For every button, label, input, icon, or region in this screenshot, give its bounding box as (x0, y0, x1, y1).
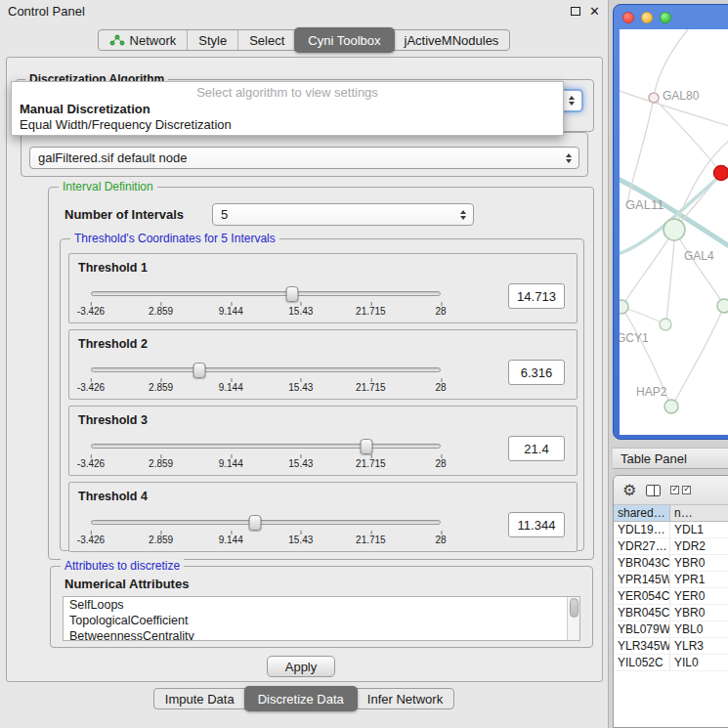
table-row[interactable]: YER054C YER0 (614, 588, 728, 605)
tick-label: 9.144 (219, 535, 243, 545)
network-view-window: GAL80 GAL11 GAL4 GCY1 HAP2 (613, 4, 728, 440)
tick-label: 9.144 (219, 306, 243, 317)
cell-name[interactable]: YLR3 (670, 638, 728, 654)
tab-network[interactable]: Network (99, 30, 188, 50)
list-item[interactable]: TopologicalCoefficient (64, 613, 579, 628)
table-row[interactable]: YIL052C YIL0 (614, 655, 728, 671)
checkbox-icon[interactable] (670, 486, 679, 494)
network-canvas[interactable]: GAL80 GAL11 GAL4 GCY1 HAP2 (620, 29, 728, 435)
threshold-3-label: Threshold 3 (78, 413, 148, 427)
list-item[interactable]: BetweennessCentrality (64, 628, 579, 641)
group-label: Attributes to discretize (61, 559, 184, 573)
cell-name[interactable]: YBR0 (670, 605, 728, 621)
columns-icon[interactable] (646, 485, 661, 496)
node-table: shared… n… YDL19… YDL1 YDR27… YDR2 YBR04… (614, 505, 728, 671)
slider-tick-labels: -3.4262.8599.14415.4321.71528 (91, 532, 441, 545)
window-title: Control Panel (8, 4, 85, 19)
tab-impute-data[interactable]: Impute Data (154, 689, 245, 708)
minimize-traffic-light[interactable] (641, 12, 653, 23)
cell-shared-name[interactable]: YIL052C (614, 655, 670, 670)
slider-thumb[interactable] (193, 363, 206, 378)
table-row[interactable]: YDR27… YDR2 (614, 538, 728, 555)
cell-shared-name[interactable]: YDR27… (614, 538, 670, 554)
threshold-4-slider[interactable] (91, 520, 441, 525)
slider-thumb[interactable] (249, 515, 262, 531)
numerical-attributes-list[interactable]: SelfLoopsTopologicalCoefficientBetweenne… (63, 596, 580, 641)
cell-name[interactable]: YDL1 (670, 522, 728, 537)
number-of-intervals-combo[interactable]: 5 (212, 203, 474, 226)
cell-name[interactable]: YBR0 (670, 555, 728, 571)
tab-jactivemodules[interactable]: jActiveMNodules (394, 30, 510, 50)
cell-shared-name[interactable]: YPR145W (614, 572, 670, 587)
close-traffic-light[interactable] (622, 12, 634, 23)
select-all-icons[interactable] (670, 486, 691, 494)
threshold-2-value-field[interactable]: 6.316 (508, 360, 565, 385)
tick-label: 28 (435, 458, 446, 469)
threshold-1-slider[interactable] (91, 291, 441, 296)
cell-shared-name[interactable]: YDL19… (614, 522, 670, 537)
threshold-3-slider[interactable] (91, 444, 441, 449)
tick-label: -3.426 (77, 306, 105, 317)
gear-icon[interactable]: ⚙ (622, 483, 636, 498)
control-panel-window: Control Panel ✕ Network Style Select Cyn… (0, 0, 609, 728)
table-data-group: Table Data galFiltered.sif default node (21, 132, 588, 177)
number-of-intervals-value: 5 (221, 207, 228, 222)
dropdown-placeholder-option[interactable]: Select algorithm to view settings (12, 84, 563, 102)
checkbox-icon[interactable] (682, 486, 691, 494)
table-row[interactable]: YPR145W YPR1 (614, 572, 728, 588)
cell-shared-name[interactable]: YBR043C (614, 555, 670, 571)
table-data-combo[interactable]: galFiltered.sif default node (29, 147, 579, 169)
dropdown-option-equal-width-frequency[interactable]: Equal Width/Frequency Discretization (12, 117, 563, 133)
tick-label: -3.426 (77, 535, 105, 545)
tick-label: 2.859 (149, 535, 173, 545)
threshold-4-value-field[interactable]: 11.344 (508, 512, 565, 537)
table-row[interactable]: YLR345W YLR3 (614, 638, 728, 655)
threshold-4-label: Threshold 4 (78, 490, 148, 503)
combo-arrows-icon (569, 96, 575, 106)
scrollbar-thumb[interactable] (570, 598, 578, 618)
tick-label: 21.715 (356, 382, 386, 393)
tab-cyni-toolbox[interactable]: Cyni Toolbox (294, 27, 394, 53)
slider-thumb[interactable] (361, 439, 373, 454)
column-header-shared-name[interactable]: shared… (614, 505, 670, 521)
cell-shared-name[interactable]: YER054C (614, 588, 670, 604)
threshold-3-value-field[interactable]: 21.4 (508, 436, 565, 461)
cell-name[interactable]: YPR1 (670, 572, 728, 587)
table-row[interactable]: YDL19… YDL1 (614, 522, 728, 538)
cell-name[interactable]: YIL0 (670, 655, 728, 670)
float-window-icon[interactable] (571, 7, 580, 16)
tab-style[interactable]: Style (187, 30, 237, 50)
node-label-gcy1: GCY1 (620, 331, 649, 345)
tab-label: Cyni Toolbox (308, 33, 380, 48)
tick-label: 15.43 (288, 458, 313, 469)
group-label: Threshold's Coordinates for 5 Intervals (70, 232, 279, 245)
table-row[interactable]: YBR043C YBR0 (614, 555, 728, 572)
apply-button[interactable]: Apply (267, 656, 335, 677)
slider-tick-labels: -3.4262.8599.14415.4321.71528 (91, 379, 441, 393)
tab-select[interactable]: Select (237, 30, 295, 50)
cell-name[interactable]: YBL0 (670, 621, 728, 637)
table-row[interactable]: YBL079W YBL0 (614, 621, 728, 638)
list-item[interactable]: SelfLoops (64, 597, 579, 613)
threshold-2-slider[interactable] (91, 367, 441, 372)
cell-name[interactable]: YDR2 (670, 538, 728, 554)
tab-infer-network[interactable]: Infer Network (357, 689, 453, 708)
threshold-1-label: Threshold 1 (78, 261, 148, 275)
cell-shared-name[interactable]: YBR045C (614, 605, 670, 621)
node-label-gal4: GAL4 (684, 249, 714, 263)
threshold-3-panel: Threshold 3 -3.4262.8599.14415.4321.7152… (68, 406, 578, 476)
tick-label: 28 (435, 535, 446, 545)
table-row[interactable]: YBR045C YBR0 (614, 605, 728, 621)
tab-discretize-data[interactable]: Discretize Data (244, 686, 358, 711)
slider-thumb[interactable] (286, 286, 299, 302)
scrollbar[interactable] (567, 597, 579, 640)
dropdown-option-manual-discretization[interactable]: Manual Discretization (12, 102, 563, 117)
column-header-name[interactable]: n… (670, 505, 728, 521)
tab-label: Infer Network (367, 692, 443, 707)
cell-name[interactable]: YER0 (670, 588, 728, 604)
close-icon[interactable]: ✕ (589, 5, 600, 18)
threshold-1-value-field[interactable]: 14.713 (508, 283, 565, 309)
cell-shared-name[interactable]: YBL079W (614, 621, 670, 637)
cell-shared-name[interactable]: YLR345W (614, 638, 670, 654)
zoom-traffic-light[interactable] (660, 12, 671, 23)
